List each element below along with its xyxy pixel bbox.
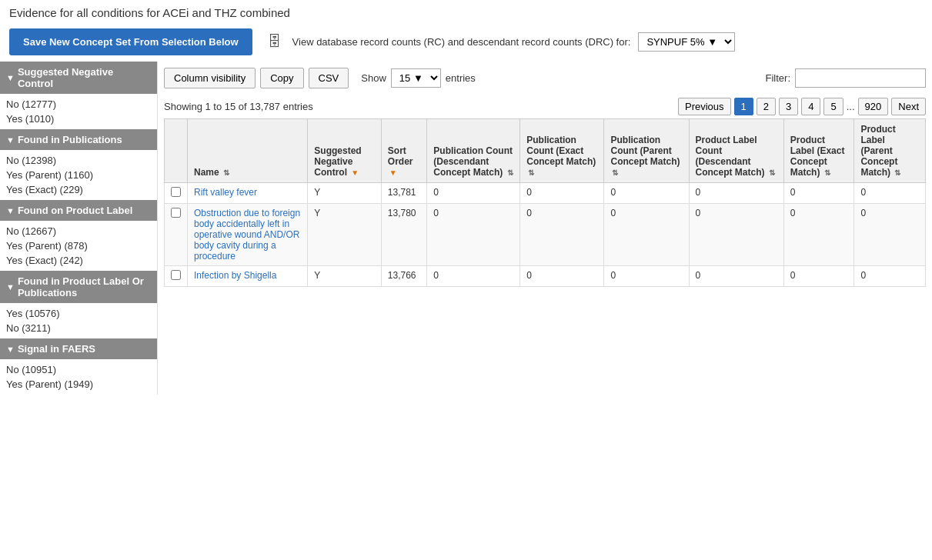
prod-label-count-descendant-header[interactable]: Product Label Count (Descendant Concept … [689, 119, 783, 183]
table-meta: Showing 1 to 15 of 13,787 entries Previo… [164, 95, 926, 118]
pub-count-descendant-header[interactable]: Publication Count (Descendant Concept Ma… [427, 119, 520, 183]
sort-icon: ⇅ [507, 168, 513, 177]
database-icon: 🗄 [268, 34, 282, 50]
list-item[interactable]: Yes (Parent) (1949) [6, 377, 151, 392]
sort-icon-active: ▼ [351, 168, 359, 177]
chevron-down-icon: ▼ [6, 282, 15, 292]
filter-input[interactable] [795, 68, 926, 88]
list-item[interactable]: Yes (Exact) (229) [6, 182, 151, 197]
list-item[interactable]: Yes (1010) [6, 112, 151, 126]
pub-count-exact-header-label: Publication Count (Exact Concept Match) [526, 135, 596, 167]
prod-label-exact-cell: 0 [783, 183, 854, 204]
toolbar-row: Column visibility Copy CSV Show 15 ▼ ent… [164, 62, 926, 95]
list-item[interactable]: Yes (Parent) (878) [6, 238, 151, 253]
name-cell: Rift valley fever [188, 183, 308, 204]
save-new-concept-set-button[interactable]: Save New Concept Set From Selection Belo… [9, 28, 252, 55]
prod-label-exact-header[interactable]: Product Label (Exact Concept Match) ⇅ [783, 119, 854, 183]
list-item[interactable]: Yes (Exact) (242) [6, 253, 151, 268]
pub-count-exact-cell: 0 [520, 183, 604, 204]
pub-count-parent-header-label: Publication Count (Parent Concept Match) [610, 135, 680, 167]
prod-label-count-descendant-header-label: Product Label Count (Descendant Concept … [696, 135, 765, 178]
prod-label-parent-cell: 0 [854, 183, 926, 204]
chevron-down-icon: ▼ [6, 345, 15, 354]
row-checkbox[interactable] [171, 270, 181, 280]
page-920-button[interactable]: 920 [858, 98, 889, 115]
page-4-button[interactable]: 4 [801, 98, 820, 115]
list-item[interactable]: Yes (Parent) (1160) [6, 168, 151, 182]
sidebar-section-found-in-product-label-or-publications[interactable]: ▼ Found in Product Label Or Publications [0, 271, 157, 303]
row-checkbox[interactable] [171, 208, 181, 218]
pub-count-exact-cell: 0 [520, 204, 604, 266]
sort-order-cell: 13,780 [381, 204, 426, 266]
name-cell: Infection by Shigella [188, 266, 308, 287]
table-row: Obstruction due to foreign body accident… [165, 204, 926, 266]
prod-label-exact-cell: 0 [783, 204, 854, 266]
copy-button[interactable]: Copy [260, 68, 303, 88]
sidebar-section-signal-in-faers[interactable]: ▼ Signal in FAERS [0, 338, 157, 359]
prod-label-parent-header[interactable]: Product Label (Parent Concept Match) ⇅ [854, 119, 926, 183]
row-checkbox[interactable] [171, 187, 181, 197]
found-in-product-label-or-publications-items: Yes (10576) No (3211) [0, 303, 157, 338]
page-2-button[interactable]: 2 [757, 98, 776, 115]
next-page-button[interactable]: Next [891, 98, 926, 115]
row-checkbox-cell [165, 183, 188, 204]
column-visibility-button[interactable]: Column visibility [164, 68, 256, 88]
sidebar-section-found-in-publications[interactable]: ▼ Found in Publications [0, 129, 157, 150]
entries-select[interactable]: 15 ▼ [391, 68, 441, 88]
sidebar-section-found-on-product-label[interactable]: ▼ Found on Product Label [0, 200, 157, 221]
suggested-negative-control-header[interactable]: Suggested Negative Control ▼ [308, 119, 382, 183]
pagination: Previous 1 2 3 4 5 ... 920 Next [678, 98, 926, 115]
pub-count-descendant-cell: 0 [427, 204, 520, 266]
showing-text: Showing 1 to 15 of 13,787 entries [164, 101, 313, 112]
database-select[interactable]: SYNPUF 5% ▼ [638, 32, 735, 52]
sort-order-header-label: Sort Order [388, 145, 413, 167]
list-item[interactable]: No (12777) [6, 97, 151, 112]
prod-label-count-descendant-cell: 0 [689, 204, 783, 266]
sort-icon: ⇅ [824, 168, 830, 177]
prod-label-count-descendant-cell: 0 [689, 183, 783, 204]
sidebar-section-suggested-negative-control[interactable]: ▼ Suggested Negative Control [0, 62, 157, 94]
prod-label-parent-cell: 0 [854, 266, 926, 287]
pub-count-parent-header[interactable]: Publication Count (Parent Concept Match)… [604, 119, 689, 183]
table-row: Rift valley fever Y 13,781 0 0 0 0 0 0 [165, 183, 926, 204]
pub-count-descendant-cell: 0 [427, 183, 520, 204]
list-item[interactable]: No (12667) [6, 224, 151, 238]
name-link[interactable]: Obstruction due to foreign body accident… [194, 208, 300, 262]
suggested-negative-control-cell: Y [308, 266, 382, 287]
page-3-button[interactable]: 3 [779, 98, 798, 115]
table-header-row: Name ⇅ Suggested Negative Control ▼ Sort… [165, 119, 926, 183]
name-link[interactable]: Infection by Shigella [194, 270, 276, 281]
sort-icon: ⇅ [612, 168, 618, 177]
pub-count-parent-cell: 0 [604, 204, 689, 266]
found-on-product-label-items: No (12667) Yes (Parent) (878) Yes (Exact… [0, 221, 157, 271]
sort-icon: ⇅ [769, 168, 775, 177]
list-item[interactable]: No (3211) [6, 321, 151, 335]
csv-button[interactable]: CSV [309, 68, 349, 88]
sort-order-header[interactable]: Sort Order ▼ [381, 119, 426, 183]
page-5-button[interactable]: 5 [823, 98, 843, 115]
content-area: Column visibility Copy CSV Show 15 ▼ ent… [158, 62, 932, 395]
filter-label: Filter: [766, 72, 791, 84]
prod-label-parent-header-label: Product Label (Parent Concept Match) [860, 124, 897, 178]
list-item[interactable]: No (12398) [6, 153, 151, 168]
page-1-button[interactable]: 1 [734, 98, 753, 115]
list-item[interactable]: Yes (10576) [6, 306, 151, 321]
checkbox-header [165, 119, 188, 183]
data-table: Name ⇅ Suggested Negative Control ▼ Sort… [164, 118, 926, 287]
table-body: Rift valley fever Y 13,781 0 0 0 0 0 0 O… [165, 183, 926, 287]
sort-order-cell: 13,781 [381, 183, 426, 204]
name-link[interactable]: Rift valley fever [194, 187, 257, 198]
previous-page-button[interactable]: Previous [678, 98, 731, 115]
sort-icon-active: ▼ [389, 168, 397, 177]
prod-label-count-descendant-cell: 0 [689, 266, 783, 287]
found-in-publications-items: No (12398) Yes (Parent) (1160) Yes (Exac… [0, 150, 157, 200]
prod-label-parent-cell: 0 [854, 204, 926, 266]
suggested-negative-control-cell: Y [308, 204, 382, 266]
pub-count-descendant-header-label: Publication Count (Descendant Concept Ma… [433, 145, 513, 178]
name-header[interactable]: Name ⇅ [188, 119, 308, 183]
chevron-down-icon: ▼ [6, 206, 15, 215]
pub-count-exact-header[interactable]: Publication Count (Exact Concept Match) … [520, 119, 604, 183]
page-ellipsis: ... [847, 101, 855, 112]
list-item[interactable]: No (10951) [6, 362, 151, 377]
main-content: ▼ Suggested Negative Control No (12777) … [0, 62, 932, 395]
